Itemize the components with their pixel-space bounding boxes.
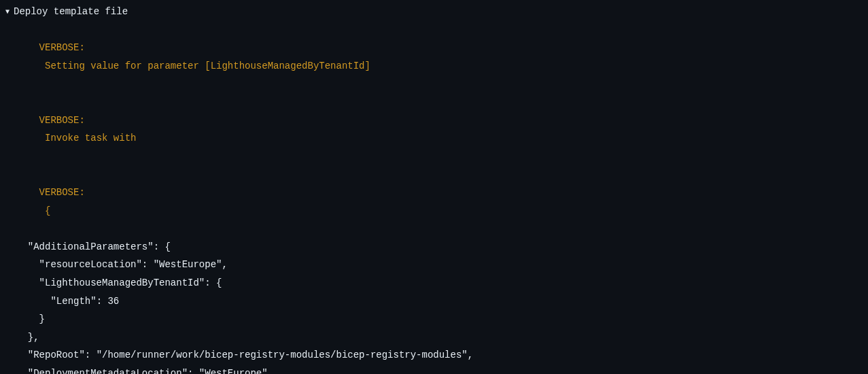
step-title: Deploy template file: [14, 3, 128, 21]
step-header[interactable]: ▼ Deploy template file: [5, 3, 863, 21]
json-line: }: [16, 310, 863, 328]
verbose-text: Invoke task with: [45, 133, 136, 143]
verbose-label: VERBOSE:: [39, 42, 85, 53]
json-line: },: [16, 328, 863, 347]
json-line: "RepoRoot": "/home/runner/work/bicep-reg…: [16, 346, 863, 364]
json-line: "DeploymentMetadataLocation": "WestEurop…: [16, 364, 863, 374]
json-line: "Length": 36: [16, 292, 863, 311]
verbose-text: [39, 205, 45, 216]
verbose-label: VERBOSE:: [39, 187, 85, 198]
verbose-text: [39, 61, 45, 71]
verbose-text: {: [45, 205, 50, 216]
verbose-text: [39, 133, 45, 143]
verbose-line: VERBOSE: Setting value for parameter [Li…: [16, 21, 863, 93]
verbose-label: VERBOSE:: [39, 115, 85, 126]
json-line: "AdditionalParameters": {: [16, 238, 863, 256]
verbose-text: Setting value for parameter [LighthouseM…: [45, 61, 370, 71]
log-output: VERBOSE: Setting value for parameter [Li…: [5, 21, 863, 374]
json-line: "LighthouseManagedByTenantId": {: [16, 274, 863, 292]
json-line: "resourceLocation": "WestEurope",: [16, 256, 863, 274]
collapse-triangle-icon: ▼: [5, 5, 10, 18]
verbose-line: VERBOSE: {: [16, 165, 863, 237]
verbose-line: VERBOSE: Invoke task with: [16, 93, 863, 165]
